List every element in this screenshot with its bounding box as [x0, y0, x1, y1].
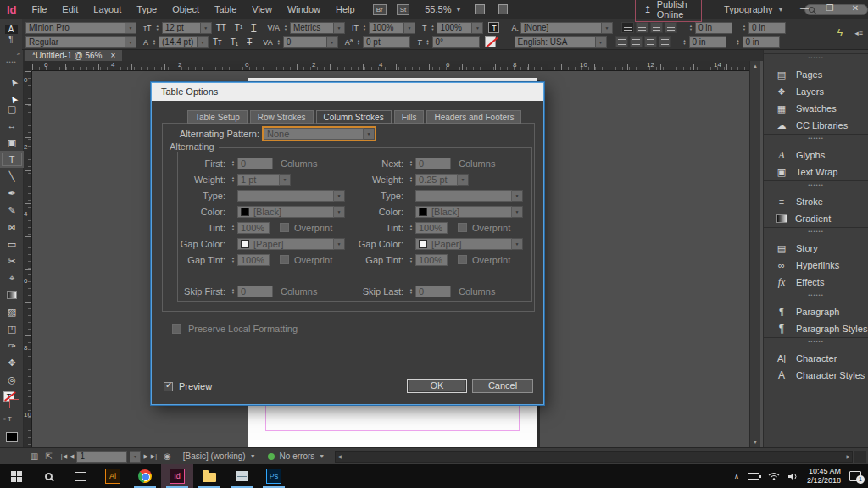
scissors-tool[interactable]: ✂ [0, 252, 24, 269]
chevron-down-icon[interactable] [512, 190, 523, 202]
color-select[interactable]: [Black] [237, 206, 345, 218]
last-line-indent-stepper[interactable] [735, 36, 742, 48]
first-page-button[interactable]: |◀ [61, 453, 67, 460]
baseline-shift-field[interactable]: 0 pt [363, 36, 410, 48]
scroll-down-icon[interactable]: ▼ [750, 437, 760, 447]
screen-mode-icon[interactable] [498, 4, 509, 14]
skew-field[interactable]: 0° [432, 36, 480, 48]
ruler-origin-box[interactable] [24, 61, 32, 71]
next-page-button[interactable]: ▶ [143, 453, 147, 460]
tint-field[interactable]: 100% [237, 222, 270, 234]
page-number-field[interactable]: 1 [76, 451, 127, 463]
preflight-panel-icon[interactable]: ▥ [31, 452, 38, 461]
taskbar-photoshop[interactable]: Ps [258, 464, 290, 488]
last-line-indent-field[interactable]: 0 in [743, 36, 780, 48]
menu-item[interactable]: File [25, 0, 55, 19]
weight-select[interactable]: 1 pt [237, 174, 291, 186]
vertical-ruler[interactable]: 0246810 [24, 71, 32, 447]
panel-item-pages[interactable]: ▤ Pages [764, 66, 868, 83]
taskbar-search-button[interactable] [32, 464, 64, 488]
chevron-down-icon[interactable] [472, 22, 483, 34]
hand-tool[interactable]: ✥ [0, 354, 24, 371]
panel-item-gradient[interactable]: Gradient [764, 210, 868, 227]
cancel-button[interactable]: Cancel [472, 379, 533, 393]
align-middle-button[interactable] [630, 36, 643, 47]
justify-all-button[interactable] [659, 36, 671, 47]
right-indent-stepper[interactable] [741, 22, 748, 34]
all-caps-button[interactable]: TT [216, 23, 226, 32]
export-icon[interactable]: ⇱ [45, 452, 52, 461]
dialog-title[interactable]: Table Options [152, 83, 543, 101]
chevron-down-icon[interactable] [280, 174, 291, 186]
font-size-stepper[interactable] [154, 22, 161, 34]
align-top-button[interactable] [615, 36, 628, 47]
tray-expand-icon[interactable]: ∧ [734, 473, 739, 480]
font-family-select[interactable]: Minion Pro [25, 22, 136, 34]
small-caps-button[interactable]: Tт [213, 37, 222, 47]
gap-tint-stepper[interactable] [230, 254, 236, 266]
panel-item-story[interactable]: ▤ Story [764, 240, 868, 257]
last-page-button[interactable]: ▶| [151, 453, 157, 460]
language-select[interactable]: English: USA [515, 36, 607, 48]
adobe-sensei-icon[interactable]: ϟ [837, 27, 843, 39]
first-field[interactable]: 0 [237, 158, 273, 169]
panel-item-effects[interactable]: fx Effects [764, 274, 868, 291]
content-collector-tool[interactable]: ▣ [0, 134, 24, 151]
pencil-tool[interactable]: ✎ [0, 202, 24, 219]
paragraph-formatting-icon[interactable]: ¶ [8, 35, 13, 44]
horizontal-scrollbar[interactable]: ◀ ▶ [335, 451, 853, 463]
view-options-icon[interactable] [475, 4, 485, 14]
chevron-down-icon[interactable] [334, 206, 345, 218]
menu-item[interactable]: Layout [86, 0, 129, 19]
stock-icon[interactable]: St [397, 4, 410, 15]
taskbar-file-explorer[interactable] [193, 464, 225, 488]
workspace-switcher[interactable]: Typography ▼ [724, 4, 783, 14]
horizontal-ruler[interactable]: 64202468101214 [32, 61, 749, 71]
tab-table-setup[interactable]: Table Setup [187, 110, 248, 124]
panel-menu-icon[interactable]: ◂≡ [854, 29, 863, 37]
next-stepper[interactable] [408, 158, 415, 169]
tint-field-right[interactable]: 100% [415, 222, 448, 234]
previous-page-button[interactable]: ◀ [70, 453, 74, 460]
task-view-button[interactable] [64, 464, 97, 488]
chevron-down-icon[interactable] [404, 22, 415, 34]
document-tab[interactable]: *Untitled-1 @ 56% × [25, 50, 122, 61]
gap-tint-field-right[interactable]: 100% [415, 254, 448, 266]
horizontal-scale-select[interactable]: 100% [437, 22, 483, 34]
restore-button[interactable]: ❐ [817, 0, 843, 17]
vertical-scrollbar[interactable]: ▲ ▼ [749, 61, 760, 447]
leading-stepper[interactable] [151, 36, 158, 48]
gap-overprint-checkbox-right[interactable] [458, 255, 467, 264]
minimize-button[interactable]: — [792, 0, 817, 17]
font-style-select[interactable]: Regular [25, 36, 136, 48]
gap-tint-field[interactable]: 100% [237, 254, 270, 266]
panel-item-glyphs[interactable]: A Glyphs [764, 147, 868, 164]
menu-item[interactable]: Object [164, 0, 207, 19]
overprint-checkbox-right[interactable] [458, 223, 467, 232]
chevron-down-icon[interactable] [125, 36, 136, 48]
gradient-feather-tool[interactable]: ▨ [0, 303, 24, 320]
skew-stepper[interactable] [425, 36, 431, 48]
panel-item-character[interactable]: A| Character [764, 350, 868, 367]
menu-item[interactable]: Table [207, 0, 244, 19]
next-field[interactable]: 0 [415, 158, 451, 169]
pen-tool[interactable]: ✒ [0, 185, 24, 202]
weight-stepper[interactable] [230, 174, 236, 186]
weight-stepper-right[interactable] [408, 174, 415, 186]
zoom-level-dropdown[interactable]: 55.5% ▼ [425, 4, 461, 14]
menu-item[interactable]: Help [328, 0, 363, 19]
gap-tint-stepper-right[interactable] [408, 254, 415, 266]
rectangle-tool[interactable]: ▭ [0, 236, 24, 252]
taskbar-chrome[interactable] [129, 464, 161, 488]
align-left-button[interactable] [621, 22, 634, 33]
panel-item-character-styles[interactable]: A Character Styles [764, 367, 868, 384]
tab-fills[interactable]: Fills [394, 110, 425, 124]
taskbar-indesign[interactable]: Id [161, 464, 193, 488]
chevron-down-icon[interactable] [602, 22, 613, 34]
underline-button[interactable]: T [251, 23, 256, 32]
color-select-right[interactable]: [Black] [415, 206, 523, 218]
vertical-scale-stepper[interactable] [361, 22, 368, 34]
gap-color-select[interactable]: [Paper] [237, 238, 345, 250]
wifi-icon[interactable] [768, 472, 780, 480]
panel-item-layers[interactable]: ❖ Layers [764, 83, 868, 100]
